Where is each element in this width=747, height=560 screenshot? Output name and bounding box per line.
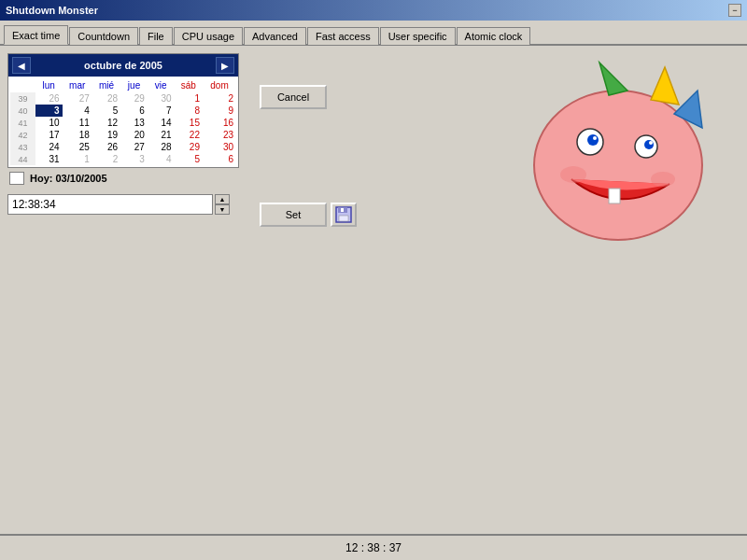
calendar-day[interactable]: 5 bbox=[175, 153, 203, 165]
calendar-day[interactable]: 30 bbox=[203, 141, 236, 153]
tab-countdown[interactable]: Countdown bbox=[69, 27, 138, 45]
cancel-button[interactable]: Cancel bbox=[260, 85, 327, 109]
today-row: Hoy: 03/10/2005 bbox=[7, 168, 250, 189]
calendar-day[interactable]: 10 bbox=[35, 117, 63, 129]
calendar-day[interactable]: 9 bbox=[203, 105, 236, 117]
calendar-day[interactable]: 21 bbox=[148, 129, 175, 141]
calendar-day[interactable]: 11 bbox=[63, 117, 92, 129]
tab-user-specific[interactable]: User specific bbox=[380, 27, 456, 45]
time-down-button[interactable]: ▼ bbox=[215, 204, 230, 215]
time-spinner: ▲ ▼ bbox=[215, 194, 230, 215]
svg-point-12 bbox=[651, 172, 675, 187]
calendar-day[interactable]: 29 bbox=[120, 92, 148, 105]
window-title: Shutdown Monster bbox=[6, 5, 98, 16]
main-content: ◀ octubre de 2005 ▶ lun mar mié jue vie bbox=[0, 46, 747, 527]
week-number: 44 bbox=[10, 153, 35, 165]
week-number: 43 bbox=[10, 141, 35, 153]
calendar-day[interactable]: 20 bbox=[120, 129, 148, 141]
next-month-button[interactable]: ▶ bbox=[216, 57, 234, 74]
today-label: Hoy: 03/10/2005 bbox=[30, 173, 107, 184]
svg-rect-15 bbox=[339, 216, 348, 221]
calendar-day[interactable]: 4 bbox=[63, 105, 92, 117]
tab-atomic-clock[interactable]: Atomic clock bbox=[457, 27, 531, 45]
calendar-day[interactable]: 31 bbox=[35, 153, 63, 165]
calendar-day[interactable]: 29 bbox=[175, 141, 203, 153]
title-bar: Shutdown Monster − bbox=[0, 0, 747, 21]
svg-marker-1 bbox=[599, 63, 627, 95]
calendar-day[interactable]: 27 bbox=[120, 141, 148, 153]
week-number: 42 bbox=[10, 129, 35, 141]
day-header-mar: mar bbox=[63, 78, 92, 92]
svg-marker-2 bbox=[651, 67, 679, 105]
calendar-day[interactable]: 26 bbox=[92, 141, 120, 153]
calendar-day[interactable]: 22 bbox=[175, 129, 203, 141]
status-bar: 12 : 38 : 37 bbox=[0, 534, 747, 560]
set-button[interactable]: Set bbox=[260, 203, 327, 227]
week-number: 41 bbox=[10, 117, 35, 129]
monster-illustration bbox=[515, 44, 730, 249]
tab-advanced[interactable]: Advanced bbox=[244, 27, 306, 45]
day-header-vie: vie bbox=[148, 78, 175, 92]
svg-point-11 bbox=[560, 166, 586, 183]
calendar-day[interactable]: 7 bbox=[148, 105, 175, 117]
calendar-day[interactable]: 13 bbox=[120, 117, 148, 129]
calendar-day[interactable]: 25 bbox=[63, 141, 92, 153]
calendar-day[interactable]: 2 bbox=[203, 92, 236, 105]
svg-point-8 bbox=[644, 140, 654, 149]
calendar-day[interactable]: 28 bbox=[92, 92, 120, 105]
svg-rect-16 bbox=[341, 208, 344, 212]
calendar-day[interactable]: 26 bbox=[35, 92, 63, 105]
time-input[interactable] bbox=[7, 194, 213, 215]
calendar-day[interactable]: 23 bbox=[203, 129, 236, 141]
svg-rect-10 bbox=[609, 189, 620, 203]
calendar-day[interactable]: 8 bbox=[175, 105, 203, 117]
svg-point-5 bbox=[587, 134, 599, 146]
calendar-day[interactable]: 3 bbox=[35, 105, 63, 117]
minimize-button[interactable]: − bbox=[728, 4, 741, 17]
tab-fast-access[interactable]: Fast access bbox=[307, 27, 379, 45]
svg-point-6 bbox=[593, 136, 597, 140]
calendar-day[interactable]: 1 bbox=[63, 153, 92, 165]
right-panel: Set Cancel bbox=[260, 53, 740, 520]
day-header-lun: lun bbox=[35, 78, 63, 92]
week-num-header bbox=[10, 78, 35, 92]
calendar-day[interactable]: 17 bbox=[35, 129, 63, 141]
calendar-day[interactable]: 6 bbox=[203, 153, 236, 165]
calendar-day[interactable]: 18 bbox=[63, 129, 92, 141]
tab-cpu-usage[interactable]: CPU usage bbox=[174, 27, 243, 45]
week-number: 40 bbox=[10, 105, 35, 117]
calendar-grid: lun mar mié jue vie sáb dom 392627282930… bbox=[8, 77, 238, 167]
calendar-day[interactable]: 5 bbox=[92, 105, 120, 117]
calendar-day[interactable]: 27 bbox=[63, 92, 92, 105]
calendar-day[interactable]: 19 bbox=[92, 129, 120, 141]
calendar-day[interactable]: 24 bbox=[35, 141, 63, 153]
today-color-box bbox=[9, 172, 24, 185]
calendar-day[interactable]: 4 bbox=[148, 153, 175, 165]
calendar-day[interactable]: 12 bbox=[92, 117, 120, 129]
calendar-day[interactable]: 3 bbox=[120, 153, 148, 165]
title-bar-controls: − bbox=[728, 4, 741, 17]
day-header-sab: sáb bbox=[175, 78, 203, 92]
calendar: ◀ octubre de 2005 ▶ lun mar mié jue vie bbox=[7, 53, 239, 168]
status-time: 12 : 38 : 37 bbox=[345, 541, 402, 554]
calendar-day[interactable]: 2 bbox=[92, 153, 120, 165]
calendar-day[interactable]: 14 bbox=[148, 117, 175, 129]
save-icon-button[interactable] bbox=[331, 203, 357, 227]
calendar-day[interactable]: 30 bbox=[148, 92, 175, 105]
day-header-jue: jue bbox=[120, 78, 148, 92]
left-panel: ◀ octubre de 2005 ▶ lun mar mié jue vie bbox=[7, 53, 250, 520]
tab-file[interactable]: File bbox=[139, 27, 173, 45]
calendar-day[interactable]: 16 bbox=[203, 117, 236, 129]
calendar-day[interactable]: 28 bbox=[148, 141, 175, 153]
day-header-dom: dom bbox=[203, 78, 236, 92]
floppy-disk-icon bbox=[335, 206, 352, 223]
time-up-button[interactable]: ▲ bbox=[215, 194, 230, 204]
tab-bar: Exact time Countdown File CPU usage Adva… bbox=[0, 21, 747, 46]
calendar-month-title: octubre de 2005 bbox=[84, 60, 162, 71]
calendar-day[interactable]: 15 bbox=[175, 117, 203, 129]
tab-exact-time[interactable]: Exact time bbox=[4, 25, 68, 45]
calendar-header: ◀ octubre de 2005 ▶ bbox=[8, 54, 238, 77]
calendar-day[interactable]: 1 bbox=[175, 92, 203, 105]
calendar-day[interactable]: 6 bbox=[120, 105, 148, 117]
prev-month-button[interactable]: ◀ bbox=[12, 57, 31, 74]
